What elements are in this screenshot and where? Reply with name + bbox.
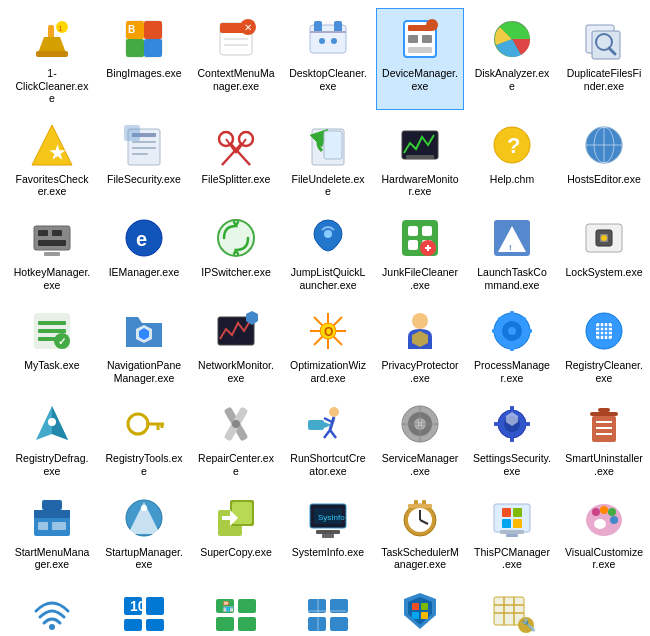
svg-rect-108 <box>526 329 532 333</box>
app-icon: ★ <box>28 121 76 169</box>
app-icon <box>304 15 352 63</box>
list-item[interactable]: RunShortcutCreator.exe <box>284 393 372 482</box>
svg-rect-151 <box>590 412 618 416</box>
svg-rect-20 <box>310 31 346 33</box>
app-label: RepairCenter.exe <box>197 452 275 477</box>
svg-point-160 <box>141 505 147 511</box>
list-item[interactable]: 🏪 WindowsAppSettings.exe <box>192 580 280 636</box>
list-item[interactable]: HostsEditor.exe <box>560 114 648 203</box>
svg-rect-209 <box>412 603 419 610</box>
app-label: SystemInfo.exe <box>292 546 364 559</box>
list-item[interactable]: NetworkMonitor.exe <box>192 300 280 389</box>
app-label: PrivacyProtector.exe <box>381 359 459 384</box>
svg-marker-1 <box>38 37 66 53</box>
list-item[interactable]: RegistryDefrag.exe <box>8 393 96 482</box>
svg-text:🔧: 🔧 <box>521 617 536 632</box>
list-item[interactable]: B BingImages.exe <box>100 8 188 110</box>
list-item[interactable]: VisualCustomizer.exe <box>560 487 648 576</box>
list-item[interactable]: ServiceManager.exe <box>376 393 464 482</box>
list-item[interactable]: NavigationPaneManager.exe <box>100 300 188 389</box>
list-item[interactable]: StartupManager.exe <box>100 487 188 576</box>
list-item[interactable]: HardwareMonitor.exe <box>376 114 464 203</box>
list-item[interactable]: SuperCopy.exe <box>192 487 280 576</box>
svg-rect-72 <box>408 240 418 250</box>
svg-rect-85 <box>38 321 66 325</box>
list-item[interactable]: ? Help.chm <box>468 114 556 203</box>
app-label: NavigationPaneManager.exe <box>105 359 183 384</box>
list-item[interactable]: 1 1-ClickCleaner.exe <box>8 8 96 110</box>
list-item[interactable]: ★ FavoritesChecker.exe <box>8 114 96 203</box>
list-item[interactable]: ! LaunchTaskCommand.exe <box>468 207 556 296</box>
list-item[interactable]: DesktopCleaner.exe <box>284 8 372 110</box>
svg-line-130 <box>324 430 330 438</box>
list-item[interactable]: LockSystem.exe <box>560 207 648 296</box>
svg-rect-166 <box>316 530 340 534</box>
list-item[interactable]: ProcessManager.exe <box>468 300 556 389</box>
svg-rect-60 <box>38 230 48 236</box>
list-item[interactable]: JumpListQuickLauncher.exe <box>284 207 372 296</box>
list-item[interactable]: FileSplitter.exe <box>192 114 280 203</box>
svg-point-100 <box>412 313 428 329</box>
list-item[interactable]: ✕ ContextMenuManager.exe <box>192 8 280 110</box>
list-item[interactable]: RepairCenter.exe <box>192 393 280 482</box>
svg-rect-49 <box>324 131 342 159</box>
svg-rect-62 <box>38 240 66 246</box>
list-item[interactable]: FileUndelete.exe <box>284 114 372 203</box>
list-item[interactable]: StartMenuManager.exe <box>8 487 96 576</box>
app-label: DiskAnalyzer.exe <box>473 67 551 92</box>
app-label: HotkeyManager.exe <box>13 266 91 291</box>
list-item[interactable]: e IEManager.exe <box>100 207 188 296</box>
app-icon: ✓ <box>28 307 76 355</box>
list-item[interactable]: ✓ MyTask.exe <box>8 300 96 389</box>
list-item[interactable]: JunkFileCleaner.exe <box>376 207 464 296</box>
svg-point-104 <box>508 327 516 335</box>
list-item[interactable]: O OptimizationWizard.exe <box>284 300 372 389</box>
list-item[interactable]: HotkeyManager.exe <box>8 207 96 296</box>
app-icon <box>120 400 168 448</box>
list-item[interactable]: FileSecurity.exe <box>100 114 188 203</box>
list-item[interactable]: PrivacyProtector.exe <box>376 300 464 389</box>
list-item[interactable]: TaskSchedulerManager.exe <box>376 487 464 576</box>
list-item[interactable]: RegistryTools.exe <box>100 393 188 482</box>
svg-rect-204 <box>330 617 348 631</box>
svg-rect-212 <box>421 612 428 619</box>
app-icon <box>212 400 260 448</box>
list-item[interactable]: IPSwitcher.exe <box>192 207 280 296</box>
svg-rect-9 <box>144 39 162 57</box>
list-item[interactable]: SettingsSecurity.exe <box>468 393 556 482</box>
svg-rect-182 <box>502 519 511 528</box>
app-icon <box>396 494 444 542</box>
svg-point-126 <box>232 420 240 428</box>
app-label: SettingsSecurity.exe <box>473 452 551 477</box>
app-label: RegistryCleaner.exe <box>565 359 643 384</box>
list-item[interactable]: RegistryCleaner.exe <box>560 300 648 389</box>
list-item[interactable]: ThisPCManager.exe <box>468 487 556 576</box>
app-label: HardwareMonitor.exe <box>381 173 459 198</box>
list-item[interactable]: SysInfo SystemInfo.exe <box>284 487 372 576</box>
svg-text:★: ★ <box>49 143 66 163</box>
svg-point-21 <box>319 38 325 44</box>
list-item[interactable]: WindowsAppUninstaller.exe <box>284 580 372 636</box>
svg-rect-210 <box>421 603 428 610</box>
list-item[interactable]: DiskAnalyzer.exe <box>468 8 556 110</box>
list-item[interactable]: WindowsUtilities.exe <box>376 580 464 636</box>
svg-rect-7 <box>144 21 162 39</box>
svg-rect-71 <box>422 226 432 236</box>
svg-rect-132 <box>308 420 324 430</box>
list-item[interactable]: WiFiManager.exe <box>8 580 96 636</box>
list-item[interactable]: SmartUninstaller.exe <box>560 393 648 482</box>
svg-line-128 <box>330 417 334 430</box>
app-label: FileUndelete.exe <box>289 173 367 198</box>
app-icon <box>580 121 628 169</box>
app-label: RegistryDefrag.exe <box>13 452 91 477</box>
app-icon <box>120 307 168 355</box>
svg-point-189 <box>594 519 606 529</box>
list-item[interactable]: 🔧 WinXMenuEditor.exe <box>468 580 556 636</box>
list-item[interactable]: DuplicateFilesFinder.exe <box>560 8 648 110</box>
list-item[interactable]: 10 Windows10Manager.exe <box>100 580 188 636</box>
app-icon <box>396 400 444 448</box>
svg-rect-39 <box>132 147 156 149</box>
app-label: JunkFileCleaner.exe <box>381 266 459 291</box>
app-icon <box>212 307 260 355</box>
list-item[interactable]: DeviceManager.exe <box>376 8 464 110</box>
